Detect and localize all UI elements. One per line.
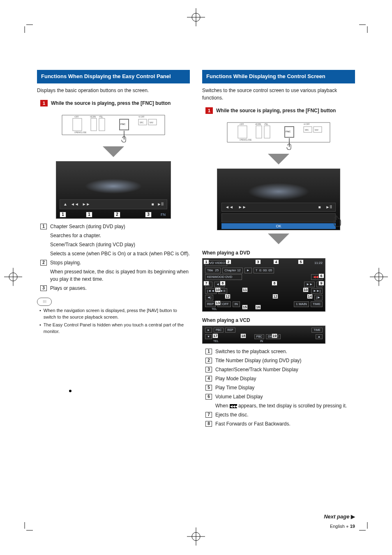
item-sub: Scene/Track Search (during VCD play) xyxy=(50,241,190,248)
svg-text:•SCRN: •SCRN xyxy=(90,116,96,118)
list-item: 2 Stops playing. xyxy=(40,259,190,266)
up-icon: ▲ xyxy=(316,334,323,339)
svg-text:NAV: NAV xyxy=(315,129,318,131)
list-item: 7Ejects the disc. xyxy=(205,411,355,419)
item-title: Plays or pauses. xyxy=(50,284,190,292)
svg-rect-23 xyxy=(264,126,270,138)
play-pause-icon: ►II xyxy=(326,205,332,209)
step-instruction: While the source is playing, press the [… xyxy=(51,100,190,107)
intro-text: Switches to the source control screen to… xyxy=(202,87,355,102)
eject-icon: ▲ xyxy=(63,202,67,206)
svg-text:•V.OFF: •V.OFF xyxy=(138,116,145,118)
right-column: Functions While Displaying the Control S… xyxy=(202,70,355,433)
play-icon: ► xyxy=(205,328,212,333)
registration-mark-icon xyxy=(186,7,206,28)
item-title: Chapter Search (during DVD play) xyxy=(50,223,190,230)
callout-2: 2 xyxy=(114,212,120,217)
crop-mark-icon xyxy=(16,522,33,539)
next-icon: ►► xyxy=(238,205,247,209)
finger-pointer-icon xyxy=(332,214,343,227)
down-arrow-icon xyxy=(268,154,289,164)
list-item: 2Title Number Display (during DVD play) xyxy=(205,357,355,364)
registration-mark-icon xyxy=(3,267,23,288)
next-page-label: Next page ▶ xyxy=(37,513,355,520)
crop-mark-icon xyxy=(359,16,376,33)
down-icon: ▼ xyxy=(205,334,212,339)
svg-rect-18 xyxy=(238,126,247,138)
svg-rect-4 xyxy=(73,118,82,131)
step-number-badge: 1 xyxy=(40,100,48,106)
section-header-control-screen: Functions While Displaying the Control S… xyxy=(202,70,355,83)
scroll-icon: ◀◀◀ xyxy=(230,404,237,408)
num-box: 2 xyxy=(40,260,47,266)
in-button: IN xyxy=(233,301,240,307)
svg-text:•OFF: •OFF xyxy=(74,116,79,118)
subheading-vcd: When playing a VCD xyxy=(202,317,355,323)
list-item: 3 Plays or pauses. xyxy=(40,284,190,292)
next-icon: ►► xyxy=(82,202,90,206)
device-front-panel-figure: •OFF OPEN/CLOSE •SCRN •TEL FNC •V.OFF SR… xyxy=(58,111,169,144)
list-item: 8Fast Forwards or Fast Backwards. xyxy=(205,420,355,428)
tel-label: TEL xyxy=(213,340,219,342)
svg-text:•SCRN: •SCRN xyxy=(255,123,261,125)
registration-mark-icon xyxy=(369,267,389,288)
tel-label: TEL xyxy=(212,308,217,310)
in-label: IN xyxy=(260,340,263,342)
item-sub: When ◀◀◀ appears, the text display is sc… xyxy=(215,402,355,409)
time-button: TIME xyxy=(311,328,323,333)
step-back-icon: ◄| xyxy=(205,295,213,301)
step-fwd-icon: |► xyxy=(314,295,323,301)
list-item: 5Play Time Display xyxy=(205,384,355,391)
svg-text:•V.OFF: •V.OFF xyxy=(304,123,310,125)
control-screen-legend: 1Switches to the playback screen. 2Title… xyxy=(205,348,355,428)
item-sub: When pressed twice, the disc is played f… xyxy=(50,268,190,283)
svg-text:•OFF: •OFF xyxy=(240,123,244,125)
svg-rect-9 xyxy=(99,118,105,131)
vcd-control-screen-figure: ► PBC REP TIME ▼ PBC DIRECT ▲ TEL IN 17 … xyxy=(202,326,325,344)
easy-panel-legend: 1 Chapter Search (during DVD play) Searc… xyxy=(40,223,190,292)
list-item: 4Play Mode Display xyxy=(205,375,355,382)
registration-mark-icon xyxy=(186,527,206,548)
ok-band: OK xyxy=(221,223,336,229)
step-1: 1 While the source is playing, press the… xyxy=(37,100,190,107)
bleed-dot-icon xyxy=(69,390,71,392)
section-header-easy-panel: Functions When Displaying the Easy Contr… xyxy=(37,70,190,83)
svg-text:SRC: SRC xyxy=(140,122,144,124)
item-sub: Searches for a chapter. xyxy=(50,232,190,239)
list-item: 1 Chapter Search (during DVD play) xyxy=(40,223,190,230)
step-number-badge: 1 xyxy=(205,107,213,114)
callout-1: 1 xyxy=(60,212,66,217)
callout-1: 1 xyxy=(86,212,92,217)
down-arrow-icon xyxy=(103,146,124,157)
crop-mark-icon xyxy=(16,16,33,33)
list-item: 1Switches to the playback screen. xyxy=(205,348,355,355)
play-icon: ► xyxy=(244,268,252,273)
intro-text: Displays the basic operation buttons on … xyxy=(37,87,190,94)
easy-control-panel-figure: ▲ ◄◄ ►► ■ ►II FN 1 1 2 3 xyxy=(56,161,171,219)
right-triangle-icon: ▶ xyxy=(351,513,355,520)
prev-icon: ◄◄ xyxy=(225,205,233,209)
svg-text:SRC: SRC xyxy=(305,129,309,131)
control-screen-select-figure: ◄◄ ►► ■ ►II OK xyxy=(217,169,340,230)
rep-button: REP xyxy=(205,301,216,307)
svg-text:FNC: FNC xyxy=(120,123,126,125)
down-arrow-icon xyxy=(268,234,289,244)
svg-text:NAV: NAV xyxy=(150,122,153,124)
pbc-button: PBC xyxy=(254,334,264,339)
svg-rect-21 xyxy=(256,126,262,138)
svg-text:•TEL: •TEL xyxy=(99,116,103,118)
callout-3: 3 xyxy=(145,212,152,217)
svg-text:•TEL: •TEL xyxy=(264,123,268,125)
list-item: 3Chapter/Scene/Track Number Display xyxy=(205,366,355,373)
num-box: 3 xyxy=(40,285,47,291)
item-title: Stops playing. xyxy=(50,259,190,266)
notes: When the navigation screen is displayed,… xyxy=(39,308,190,335)
svg-text:FNC: FNC xyxy=(286,130,291,133)
note-icon: ⁝⁝⁝ xyxy=(37,298,52,306)
svg-rect-7 xyxy=(91,118,97,131)
step-instruction: While the source is playing, press the [… xyxy=(216,107,355,114)
page-footer: Next page ▶ English ● 19 xyxy=(37,513,355,529)
stop-icon: ■ xyxy=(151,202,154,206)
ff-icon: ►► xyxy=(304,282,315,287)
svg-text:OPEN/CLOSE: OPEN/CLOSE xyxy=(240,139,251,141)
